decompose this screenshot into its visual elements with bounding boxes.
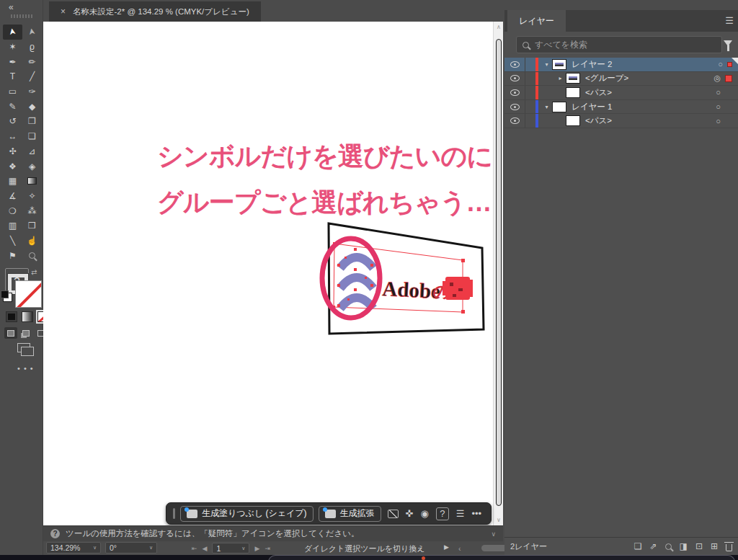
- help-icon[interactable]: ?: [436, 507, 449, 520]
- selected-artwork[interactable]: Adobe の: [316, 215, 496, 341]
- symbol-sprayer-tool[interactable]: ⁂: [22, 203, 42, 218]
- globe-icon[interactable]: ◉: [420, 508, 428, 519]
- pen-tool[interactable]: ✒: [3, 54, 22, 69]
- export-icon[interactable]: ⇗: [649, 541, 657, 551]
- tip-collapse-icon[interactable]: ∨: [491, 530, 496, 538]
- layer-label[interactable]: レイヤー 2: [572, 59, 612, 70]
- layer-row-path-1[interactable]: <パス>○: [504, 86, 738, 100]
- layer-row-layer-2[interactable]: ▾レイヤー 2○: [504, 58, 738, 72]
- next-artboard-icon[interactable]: ▶: [254, 545, 259, 552]
- panel-menu-icon[interactable]: ☰: [725, 15, 734, 26]
- slice-tool[interactable]: ╲: [3, 234, 22, 249]
- screen-mode-button[interactable]: [17, 343, 30, 352]
- selection-color-square[interactable]: [725, 75, 732, 82]
- lasso-tool[interactable]: ϱ: [22, 40, 42, 55]
- taskbar-drag-handle[interactable]: [173, 508, 175, 519]
- hand-tool[interactable]: ☝: [22, 234, 42, 249]
- rotate-view-tool[interactable]: ⚑: [3, 248, 22, 263]
- rectangle-tool[interactable]: ▭: [3, 84, 22, 99]
- artboard-tool[interactable]: ❒: [22, 218, 42, 234]
- rotation-select[interactable]: 0° ∨: [105, 542, 157, 554]
- vertical-scrollbar[interactable]: ∧ ∨: [493, 22, 503, 525]
- zoom-level-select[interactable]: 134.29% ∨: [46, 542, 101, 554]
- edit-toolbar-more-icon[interactable]: • • •: [17, 364, 34, 373]
- vertical-scrollbar-thumb[interactable]: [496, 39, 502, 506]
- clipping-mask-icon[interactable]: ◨: [680, 541, 688, 551]
- magic-wand-tool[interactable]: ✶: [3, 40, 22, 55]
- visibility-toggle[interactable]: [504, 114, 525, 128]
- fit-view-icon[interactable]: ✜: [406, 508, 414, 519]
- gradient-tool[interactable]: [22, 174, 42, 189]
- toolbar-grip[interactable]: [11, 14, 32, 18]
- layer-thumbnail[interactable]: [552, 102, 566, 112]
- width-tool[interactable]: ↔: [3, 129, 22, 144]
- canvas[interactable]: シンボルだけを選びたいのに グループごと選ばれちゃう… Adobe の: [43, 22, 503, 525]
- visibility-toggle[interactable]: [504, 58, 525, 71]
- status-play-icon[interactable]: ▶: [444, 543, 449, 551]
- zoom-tool[interactable]: [22, 248, 42, 263]
- draw-normal-button[interactable]: [4, 327, 17, 339]
- target-circle-icon[interactable]: ○: [716, 88, 721, 97]
- expand-chevron-icon[interactable]: ▸: [555, 75, 566, 81]
- filter-icon[interactable]: [724, 40, 732, 46]
- layer-thumbnail[interactable]: [566, 115, 580, 126]
- scroll-down-icon[interactable]: ∨: [494, 517, 504, 523]
- curvature-tool[interactable]: ✏: [22, 54, 42, 69]
- locate-object-icon[interactable]: [665, 543, 672, 550]
- no-image-icon[interactable]: [388, 510, 399, 518]
- expand-chevron-icon[interactable]: ▾: [541, 104, 552, 110]
- scroll-up-icon[interactable]: ∧: [494, 24, 504, 30]
- free-transform-tool[interactable]: ❏: [22, 129, 42, 144]
- visibility-toggle[interactable]: [504, 100, 525, 114]
- line-segment-tool[interactable]: ╱: [22, 69, 42, 84]
- perspective-selection-tool[interactable]: ◈: [22, 159, 42, 174]
- puppet-warp-tool[interactable]: ✣: [3, 144, 22, 159]
- scale-tool[interactable]: ❐: [22, 114, 42, 129]
- rotate-tool[interactable]: ↺: [3, 114, 22, 129]
- layer-thumbnail[interactable]: [566, 73, 580, 84]
- collapse-panel-icon[interactable]: «: [9, 2, 13, 12]
- eyedropper-tool[interactable]: ✧: [22, 189, 42, 204]
- tab-close-icon[interactable]: ×: [61, 6, 66, 17]
- collect-for-export-icon[interactable]: ❏: [634, 541, 642, 551]
- mesh-tool[interactable]: ▦: [3, 174, 22, 189]
- swap-fill-stroke-icon[interactable]: ⇄: [31, 268, 37, 276]
- layer-label[interactable]: <パス>: [585, 87, 612, 98]
- shaper-tool[interactable]: ✎: [3, 99, 22, 114]
- target-circle-icon[interactable]: ○: [716, 117, 721, 125]
- type-tool[interactable]: T: [3, 69, 22, 84]
- search-input[interactable]: [535, 40, 716, 50]
- target-circle-icon[interactable]: ○: [718, 60, 723, 68]
- layer-row-group[interactable]: ▸<グループ>◎: [504, 72, 738, 86]
- generative-fill-button[interactable]: 生成塗りつぶし (シェイプ): [180, 506, 314, 522]
- draw-behind-button[interactable]: [19, 327, 32, 339]
- paintbrush-tool[interactable]: ✑: [22, 84, 42, 99]
- direct-selection-tool[interactable]: ➤: [22, 25, 42, 40]
- column-graph-tool[interactable]: ▥: [3, 218, 22, 234]
- new-layer-icon[interactable]: ⊞: [711, 541, 718, 551]
- last-artboard-icon[interactable]: ⇥: [264, 545, 270, 552]
- layer-thumbnail[interactable]: [566, 87, 580, 98]
- new-sublayer-icon[interactable]: ⊡: [695, 541, 703, 551]
- more-icon[interactable]: •••: [471, 508, 481, 519]
- measure-tool[interactable]: ∡: [3, 189, 22, 204]
- eraser-tool[interactable]: ◆: [22, 99, 42, 114]
- previous-artboard-icon[interactable]: ◀: [203, 545, 208, 552]
- artboard-number-field[interactable]: 1 ∨: [212, 543, 249, 554]
- artwork-headline-line1[interactable]: シンボルだけを選びたいのに: [157, 139, 492, 174]
- layer-label[interactable]: <パス>: [585, 115, 612, 126]
- tab-layers[interactable]: レイヤー: [507, 10, 566, 32]
- layer-label[interactable]: レイヤー 1: [572, 102, 612, 112]
- delete-icon[interactable]: [726, 542, 732, 551]
- layer-row-path-2[interactable]: <パス>○: [504, 114, 738, 128]
- color-button[interactable]: [6, 311, 17, 322]
- scroll-left-icon[interactable]: ‹: [458, 544, 461, 553]
- target-circle-icon[interactable]: ○: [716, 102, 721, 111]
- menu-icon[interactable]: ☰: [456, 508, 465, 519]
- perspective-grid-tool[interactable]: ⊿: [22, 144, 42, 159]
- document-tab[interactable]: × 名称未設定-2* @ 134.29 % (CMYK/プレビュー): [49, 1, 261, 22]
- target-circle-icon[interactable]: ◎: [713, 74, 721, 83]
- shape-builder-tool[interactable]: ❖: [3, 159, 22, 174]
- generative-expand-button[interactable]: 生成拡張: [319, 506, 381, 522]
- expand-chevron-icon[interactable]: ▾: [541, 61, 552, 68]
